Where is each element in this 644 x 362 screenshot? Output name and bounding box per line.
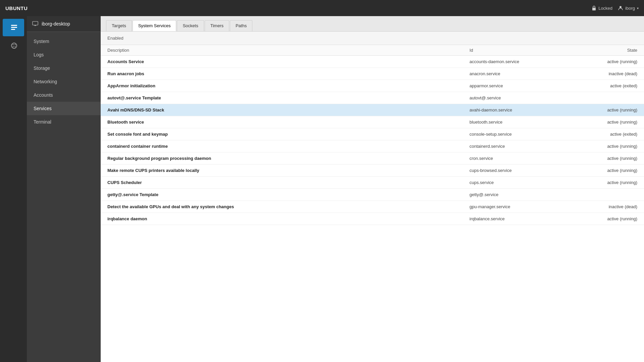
nav-sidebar: iborg-desktop System Logs Storage Networ… [27, 16, 101, 362]
nav-items: System Logs Storage Networking Accounts … [27, 32, 101, 129]
user-label: iborg [625, 6, 635, 11]
cell-description: irqbalance daemon [107, 216, 469, 221]
table-row[interactable]: irqbalance daemon irqbalance.service act… [101, 213, 644, 225]
table-row[interactable]: AppArmor initialization apparmor.service… [101, 80, 644, 92]
cell-state: active (running) [570, 156, 637, 161]
table-row[interactable]: Run anacron jobs anacron.service inactiv… [101, 68, 644, 80]
svg-point-6 [12, 44, 13, 45]
cell-id: accounts-daemon.service [469, 59, 570, 64]
svg-rect-10 [33, 21, 38, 25]
cell-id: containerd.service [469, 144, 570, 149]
main-layout: iborg-desktop System Logs Storage Networ… [0, 16, 644, 362]
svg-rect-4 [11, 29, 15, 30]
cell-description: Run anacron jobs [107, 71, 469, 76]
topbar: UBUNTU Locked iborg ▾ [0, 0, 644, 16]
cell-state: active (exited) [570, 132, 637, 137]
table-row[interactable]: Regular background program processing da… [101, 152, 644, 165]
user-icon [618, 5, 623, 11]
tab-targets[interactable]: Targets [106, 20, 132, 31]
tab-paths[interactable]: Paths [230, 20, 252, 31]
table-row[interactable]: Bluetooth service bluetooth.service acti… [101, 116, 644, 128]
cell-id: cups-browsed.service [469, 168, 570, 173]
sidebar-item-logs[interactable]: Logs [27, 48, 101, 61]
sidebar-item-networking[interactable]: Networking [27, 75, 101, 88]
cell-description: CUPS Scheduler [107, 180, 469, 185]
lock-status: Locked [592, 5, 612, 11]
cell-state: active (exited) [570, 83, 637, 88]
table-row[interactable]: containerd container runtime containerd.… [101, 140, 644, 152]
cell-description: Set console font and keymap [107, 132, 469, 137]
cell-id: getty@.service [469, 192, 570, 197]
strip-item-palette[interactable] [3, 37, 24, 54]
svg-point-7 [14, 44, 15, 45]
nav-hostname: iborg-desktop [42, 21, 70, 27]
cell-state: inactive (dead) [570, 204, 637, 209]
nav-sidebar-header: iborg-desktop [27, 16, 101, 32]
col-header-id: Id [469, 48, 570, 53]
topbar-actions: Locked iborg ▾ [592, 5, 639, 11]
table-row[interactable]: autovt@.service Template autovt@.service [101, 92, 644, 104]
cell-id: cron.service [469, 156, 570, 161]
desktop-icon [32, 21, 38, 27]
svg-point-8 [12, 46, 13, 47]
cell-state: active (running) [570, 120, 637, 125]
cell-id: autovt@.service [469, 95, 570, 100]
cell-id: cups.service [469, 180, 570, 185]
cell-description: Avahi mDNS/DNS-SD Stack [107, 107, 469, 112]
content-area: Targets System Services Sockets Timers P… [101, 16, 644, 362]
cell-id: avahi-daemon.service [469, 107, 570, 112]
col-header-description: Description [107, 48, 469, 53]
user-chevron-icon: ▾ [637, 6, 639, 10]
table-body: Accounts Service accounts-daemon.service… [101, 56, 644, 225]
col-header-state: State [570, 48, 637, 53]
section-label: Enabled [101, 32, 644, 45]
table-row[interactable]: Accounts Service accounts-daemon.service… [101, 56, 644, 68]
cell-description: Bluetooth service [107, 120, 469, 125]
cell-id: bluetooth.service [469, 120, 570, 125]
table-row[interactable]: Set console font and keymap console-setu… [101, 128, 644, 140]
app-title: UBUNTU [5, 5, 28, 11]
table-row[interactable]: Detect the available GPUs and deal with … [101, 201, 644, 213]
cell-description: autovt@.service Template [107, 95, 469, 100]
cell-description: Regular background program processing da… [107, 156, 469, 161]
tab-system-services[interactable]: System Services [133, 20, 177, 31]
sidebar-item-storage[interactable]: Storage [27, 61, 101, 75]
cell-description: AppArmor initialization [107, 83, 469, 88]
svg-point-1 [620, 6, 622, 8]
cell-state: active (running) [570, 180, 637, 185]
cell-id: console-setup.service [469, 132, 570, 137]
cell-description: Detect the available GPUs and deal with … [107, 204, 469, 209]
svg-rect-3 [11, 27, 17, 28]
table-row[interactable]: CUPS Scheduler cups.service active (runn… [101, 177, 644, 189]
strip-item-services[interactable] [3, 19, 24, 36]
icon-strip [0, 16, 27, 362]
cell-id: irqbalance.service [469, 216, 570, 221]
table-header: Description Id State [101, 45, 644, 56]
table-row[interactable]: Make remote CUPS printers available loca… [101, 165, 644, 177]
tab-timers[interactable]: Timers [205, 20, 229, 31]
sidebar-item-terminal[interactable]: Terminal [27, 115, 101, 129]
cell-id: apparmor.service [469, 83, 570, 88]
cell-description: getty@.service Template [107, 192, 469, 197]
palette-icon [10, 42, 18, 50]
sidebar-item-accounts[interactable]: Accounts [27, 88, 101, 102]
tabs-bar: Targets System Services Sockets Timers P… [101, 16, 644, 32]
table-row[interactable]: getty@.service Template getty@.service [101, 189, 644, 201]
sidebar-item-system[interactable]: System [27, 35, 101, 48]
svg-rect-2 [11, 25, 17, 26]
sidebar-item-services[interactable]: Services [27, 102, 101, 115]
cell-state: active (running) [570, 144, 637, 149]
cell-state: active (running) [570, 168, 637, 173]
cell-description: Make remote CUPS printers available loca… [107, 168, 469, 173]
services-strip-icon [10, 24, 18, 32]
cell-state: inactive (dead) [570, 71, 637, 76]
table-row[interactable]: Avahi mDNS/DNS-SD Stack avahi-daemon.ser… [101, 104, 644, 116]
cell-id: anacron.service [469, 71, 570, 76]
cell-state: active (running) [570, 216, 637, 221]
tab-sockets[interactable]: Sockets [177, 20, 204, 31]
cell-id: gpu-manager.service [469, 204, 570, 209]
svg-rect-0 [592, 8, 596, 10]
user-menu[interactable]: iborg ▾ [618, 5, 639, 11]
services-table-container: Enabled Description Id State Accounts Se… [101, 32, 644, 362]
lock-icon [592, 5, 596, 11]
